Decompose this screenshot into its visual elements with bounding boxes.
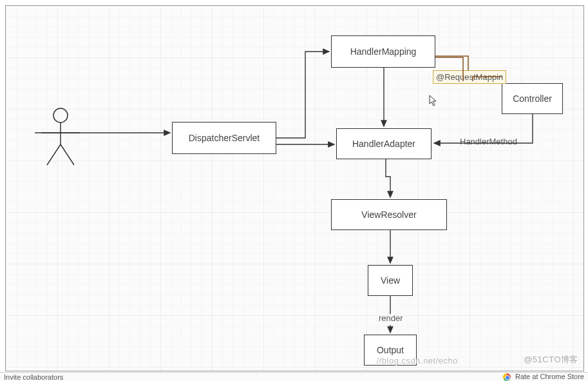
footer-right[interactable]: Rate at Chrome Store bbox=[503, 373, 584, 381]
node-label: DispatcherServlet bbox=[189, 133, 260, 143]
node-label: ViewResolver bbox=[361, 210, 416, 220]
node-dispatcher-servlet[interactable]: DispatcherServlet bbox=[172, 122, 276, 154]
node-label: Controller bbox=[513, 93, 552, 104]
node-handler-adapter[interactable]: HandlerAdapter bbox=[336, 128, 432, 159]
edge-label-render: render bbox=[379, 313, 403, 323]
watermark-right: @51CTO博客 bbox=[524, 354, 578, 366]
chrome-icon bbox=[503, 373, 511, 381]
mouse-cursor-icon bbox=[429, 95, 438, 108]
node-controller[interactable]: Controller bbox=[502, 83, 563, 114]
watermark-left: //blog.csdn.net/echo bbox=[377, 356, 458, 366]
footer-right-text: Rate at Chrome Store bbox=[515, 373, 584, 380]
node-label: View bbox=[381, 275, 400, 286]
annotation-request-mapping[interactable]: @RequestMappin bbox=[433, 70, 506, 84]
node-view[interactable]: View bbox=[368, 265, 413, 296]
node-label: Output bbox=[377, 345, 404, 355]
annotation-label: @RequestMappin bbox=[436, 72, 503, 82]
svg-line-3 bbox=[47, 144, 61, 165]
node-label: HandlerMapping bbox=[350, 46, 417, 57]
svg-point-0 bbox=[53, 108, 68, 122]
node-label: HandlerAdapter bbox=[352, 139, 415, 149]
edge-label-handler-method: HandlerMethod bbox=[460, 137, 517, 146]
actor-icon bbox=[38, 106, 83, 173]
footer-left-text: Invite collaborators bbox=[4, 373, 63, 381]
footer-bar: Invite collaborators Rate at Chrome Stor… bbox=[0, 372, 588, 381]
node-handler-mapping[interactable]: HandlerMapping bbox=[331, 35, 435, 68]
svg-line-4 bbox=[61, 144, 74, 165]
connectors-layer bbox=[6, 6, 583, 371]
diagram-canvas[interactable]: DispatcherServlet HandlerMapping Control… bbox=[5, 5, 584, 371]
node-view-resolver[interactable]: ViewResolver bbox=[331, 199, 447, 230]
